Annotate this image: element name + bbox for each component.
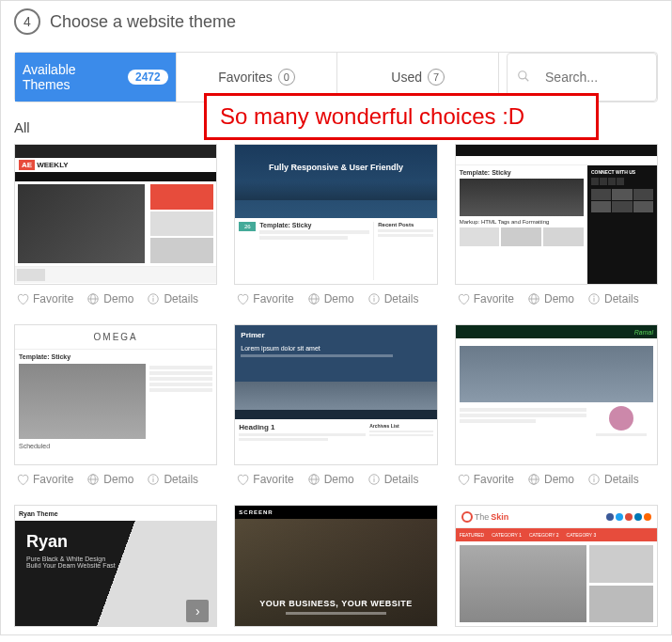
demo-button[interactable]: Demo <box>86 292 133 305</box>
details-button[interactable]: Details <box>367 292 419 305</box>
svg-point-19 <box>594 296 595 297</box>
theme-brand: Ryan Theme <box>19 510 58 517</box>
info-icon <box>147 473 160 486</box>
theme-card[interactable]: Primer Lorem ipsum dolor sit amet Headin… <box>234 324 437 490</box>
heart-icon <box>457 292 470 305</box>
theme-title: Template: Sticky <box>460 169 584 176</box>
globe-icon <box>86 292 100 305</box>
theme-thumbnail: AE WEEKLY <box>14 144 217 285</box>
theme-thumbnail: Primer Lorem ipsum dolor sit amet Headin… <box>234 324 437 465</box>
theme-actions: Favorite Demo Details <box>455 465 658 490</box>
chevron-right-icon: › <box>186 600 209 622</box>
globe-icon <box>307 473 320 486</box>
favorites-count: 0 <box>278 69 295 86</box>
favorite-button[interactable]: Favorite <box>457 292 514 305</box>
globe-icon <box>527 473 540 486</box>
theme-card[interactable]: Ryan Theme Ryan Pure Black & White Desig… <box>14 505 217 627</box>
demo-button[interactable]: Demo <box>307 292 354 305</box>
filter-all[interactable]: All <box>14 119 30 135</box>
globe-icon <box>527 292 540 305</box>
info-icon <box>587 292 601 305</box>
theme-logo-badge: AE <box>19 160 35 170</box>
step-header: 4 Choose a website theme <box>14 8 658 35</box>
theme-heading: Heading 1 <box>239 423 366 431</box>
svg-line-1 <box>525 77 529 81</box>
theme-line1: Pure Black & White Design <box>26 556 205 562</box>
details-button[interactable]: Details <box>587 473 639 486</box>
category-tab: FEATURED <box>460 532 485 538</box>
theme-sub: Scheduled <box>15 439 216 453</box>
globe-icon <box>307 292 320 305</box>
favorite-button[interactable]: Favorite <box>457 473 514 486</box>
theme-thumbnail: Ryan Theme Ryan Pure Black & White Desig… <box>14 505 217 627</box>
theme-hero-text: Fully Responsive & User Friendly <box>269 163 403 172</box>
theme-card[interactable]: Fully Responsive & User Friendly 26 Temp… <box>234 144 437 309</box>
theme-logo-icon <box>461 511 473 523</box>
tab-label: Available Themes <box>23 62 122 92</box>
heart-icon <box>236 473 249 486</box>
theme-card[interactable]: TheSkin FEATURED CATEGORY 1 CATEGORY 2 C… <box>455 505 658 627</box>
svg-point-37 <box>594 477 595 478</box>
theme-line2: Build Your Deam Website Fast <box>26 562 205 569</box>
theme-brand: Ramal <box>634 329 653 336</box>
svg-point-31 <box>373 477 374 478</box>
demo-button[interactable]: Demo <box>527 292 574 305</box>
tab-available-themes[interactable]: Available Themes 2472 <box>15 53 177 102</box>
info-icon <box>367 473 381 486</box>
theme-card[interactable]: Ramal Favorite Demo Details <box>455 324 658 490</box>
theme-title: Template: Sticky <box>15 350 216 364</box>
theme-actions: Favorite Demo Details <box>455 285 658 309</box>
info-icon <box>147 292 160 305</box>
social-icons <box>606 513 651 521</box>
info-icon <box>367 292 381 305</box>
theme-thumbnail: Template: Sticky Markup: HTML Tags and F… <box>455 144 658 285</box>
demo-button[interactable]: Demo <box>527 473 574 486</box>
details-button[interactable]: Details <box>587 292 639 305</box>
theme-grid: AE WEEKLY Favorite <box>14 144 658 627</box>
theme-side: Archives List <box>369 423 432 429</box>
theme-card[interactable]: AE WEEKLY Favorite <box>14 144 217 309</box>
info-icon <box>587 473 601 486</box>
demo-button[interactable]: Demo <box>86 473 133 486</box>
theme-logo-text: WEEKLY <box>37 161 69 169</box>
theme-brand: Skin <box>491 512 508 522</box>
theme-actions: Favorite Demo Details <box>14 285 217 309</box>
theme-thumbnail: OMEGA Template: Sticky Scheduled <box>14 324 217 465</box>
globe-icon <box>86 473 100 486</box>
heart-icon <box>16 473 29 486</box>
step-number-circle: 4 <box>14 8 40 35</box>
theme-sidebar-title: Recent Posts <box>378 222 432 227</box>
theme-line: Lorem ipsum dolor sit amet <box>241 345 430 352</box>
heart-icon <box>16 292 29 305</box>
available-count-badge: 2472 <box>128 70 168 85</box>
svg-point-13 <box>373 296 374 297</box>
favorite-button[interactable]: Favorite <box>16 473 73 486</box>
details-button[interactable]: Details <box>147 473 198 486</box>
theme-hero-text: YOUR BUSINESS, YOUR WEBSITE <box>259 599 412 608</box>
theme-card[interactable]: SCREENR YOUR BUSINESS, YOUR WEBSITE <box>234 505 437 627</box>
details-button[interactable]: Details <box>147 292 198 305</box>
theme-big-title: Ryan <box>26 532 205 552</box>
search-icon <box>517 70 530 86</box>
details-button[interactable]: Details <box>367 473 419 486</box>
heart-icon <box>236 292 249 305</box>
svg-point-7 <box>153 296 154 297</box>
search-input[interactable] <box>541 64 647 90</box>
favorite-button[interactable]: Favorite <box>236 292 293 305</box>
theme-card[interactable]: OMEGA Template: Sticky Scheduled Favorit… <box>14 324 217 490</box>
heart-icon <box>457 473 470 486</box>
theme-thumbnail: Fully Responsive & User Friendly 26 Temp… <box>234 144 437 285</box>
category-tab: CATEGORY 1 <box>492 532 522 538</box>
theme-card[interactable]: Template: Sticky Markup: HTML Tags and F… <box>455 144 658 309</box>
theme-actions: Favorite Demo Details <box>14 465 217 490</box>
favorite-button[interactable]: Favorite <box>236 473 293 486</box>
theme-thumbnail: SCREENR YOUR BUSINESS, YOUR WEBSITE <box>234 505 437 627</box>
theme-thumbnail: Ramal <box>455 324 658 465</box>
svg-point-25 <box>153 477 154 478</box>
category-tab: CATEGORY 3 <box>567 532 597 538</box>
favorite-button[interactable]: Favorite <box>16 292 73 305</box>
theme-brand: OMEGA <box>15 325 216 350</box>
theme-actions: Favorite Demo Details <box>234 465 437 490</box>
demo-button[interactable]: Demo <box>307 473 354 486</box>
theme-brand-prefix: The <box>475 512 490 522</box>
